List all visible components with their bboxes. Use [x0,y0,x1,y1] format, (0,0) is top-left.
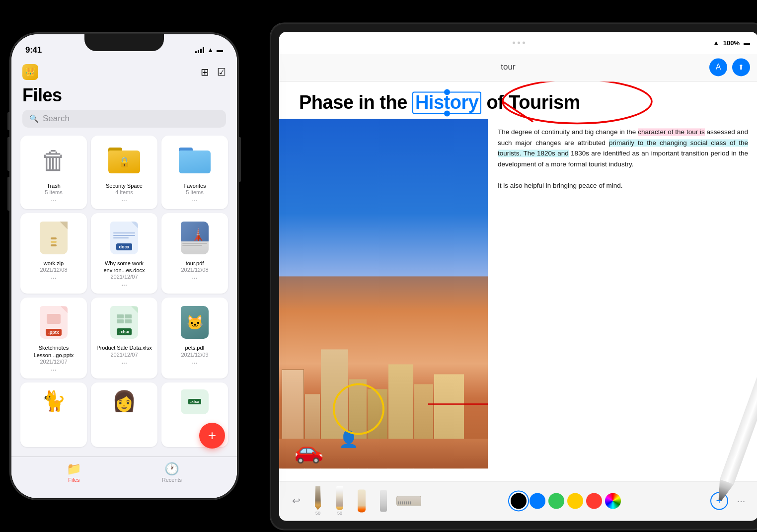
history-word: History [415,92,478,113]
city-image: 🚗 👤 [279,119,488,469]
power-button [239,137,241,182]
file-cell-pptx[interactable]: .pptx Sketchnotes Lesson...go.pptx 2021/… [20,298,87,379]
color-palette [425,493,706,509]
pen-tool[interactable]: 50 [309,486,327,516]
iphone-screen: 9:41 ▲ ▬ 👑 [11,34,237,498]
fab-wrapper: + [199,423,225,449]
file-name-zip: work.zip [44,260,64,267]
file-cell-catimg[interactable]: 🐈 [20,382,87,447]
recents-tab-label: Recents [162,477,182,483]
ruler-shape [396,496,421,506]
doc-image-column: 🚗 👤 [279,119,488,469]
more-button[interactable]: ··· [732,492,750,510]
file-cell-womanimg[interactable]: 👩 [91,382,157,447]
file-more-trash[interactable]: ··· [51,196,57,204]
file-cell-docx[interactable]: docx Why some work environ...es.docx 202… [91,213,157,294]
file-cell-favorites[interactable]: Favorites 5 items ··· [161,136,228,209]
docx-badge: docx [116,243,132,250]
pets-img: 🐱 [181,306,209,339]
color-rainbow[interactable] [605,493,621,509]
volume-down-button [7,177,9,211]
file-cell-security[interactable]: 🔒 Security Space 4 items ··· [91,136,157,209]
color-red[interactable] [586,493,602,509]
ruler-tool[interactable] [396,486,421,516]
file-more-pptx[interactable]: ··· [51,366,57,374]
ipad-share-button[interactable]: ⬆ [732,58,750,76]
volume-up-button [7,137,9,171]
ipad-search-button[interactable]: A [709,58,727,76]
trash-icon: 🗑 [38,143,70,178]
add-fab-button[interactable]: + [199,423,225,449]
file-meta-favorites: 5 items [186,189,203,195]
zip-icon-shape [40,222,68,254]
doc-title-area: Phase in the History of Tourism [279,81,757,119]
file-cell-xlsx[interactable]: .xlsx Product Sale Data.xlsx 2021/12/07 … [91,298,157,379]
tab-bar: 📁 Files 🕐 Recents [11,456,237,498]
file-cell-tourpdf[interactable]: 🗼 tour.pdf [161,213,228,294]
tab-recents[interactable]: 🕐 Recents [162,462,182,483]
file-meta-security: 4 items [115,189,133,195]
file-name-xlsx: Product Sale Data.xlsx [96,344,151,351]
tab-files[interactable]: 📁 Files [67,462,81,483]
search-icon: 🔍 [29,114,39,123]
file-more-tourpdf[interactable]: ··· [192,274,198,282]
undo-button[interactable]: ↩ [287,492,305,510]
pptx-badge: .pptx [46,329,62,336]
iphone-screen-content: 9:41 ▲ ▬ 👑 [11,34,237,498]
pdf-thumbnail: 🗼 [181,222,209,254]
highlighter-tool[interactable] [353,486,371,516]
ipad-nav-title: tour [501,62,515,72]
file-more-favorites[interactable]: ··· [192,196,198,204]
file-cell-petspdf[interactable]: 🐱 pets.pdf 2021/12/09 ··· [161,298,228,379]
file-name-petspdf: pets.pdf [185,344,204,351]
file-date-pptx: 2021/12/07 [40,359,67,365]
file-more-docx[interactable]: ··· [121,281,127,289]
color-yellow[interactable] [567,493,583,509]
arrow-annotation [428,389,488,419]
woman-thumbnail: 👩 [112,389,137,413]
file-more-petspdf[interactable]: ··· [192,359,198,367]
xlsx-icon-shape: .xlsx [110,306,138,339]
eraser-shape [380,490,387,512]
file-more-xlsx[interactable]: ··· [121,359,127,367]
files-tab-icon: 📁 [67,462,81,476]
iphone-frame: 9:41 ▲ ▬ 👑 [10,33,238,500]
ipad-screen: ▲ 100% ▬ tour A ⬆ [279,32,757,521]
pets-pdf-icon: 🐱 [179,304,211,340]
color-black[interactable] [511,493,527,509]
select-icon[interactable]: ☑ [217,66,226,78]
file-name-trash: Trash [47,182,61,189]
camera-dots [513,41,525,44]
eraser-tool[interactable] [375,486,392,516]
ipad-main: Phase in the History of Tourism [279,81,757,481]
list-view-icon[interactable]: ⊞ [201,66,209,78]
ipad-content: Phase in the History of Tourism [279,81,757,481]
file-cell-trash[interactable]: 🗑 Trash 5 items ··· [20,136,87,209]
xlsx-file-icon: .xlsx [108,304,140,340]
file-cell-zip[interactable]: work.zip 2021/12/08 ··· [20,213,87,294]
pptx-file-icon: .pptx [38,304,70,340]
selection-handle-bottom [444,111,450,117]
iphone-nav: 👑 ⊞ ☑ [11,59,237,83]
file-name-security: Security Space [106,182,143,189]
ipad-battery-pct: 100% [723,39,740,46]
color-blue[interactable] [530,493,545,509]
zip-file-icon [38,220,70,256]
recents-tab-icon: 🕐 [164,462,179,476]
status-time: 9:41 [25,45,42,55]
status-icons: ▲ ▬ [195,46,223,54]
file-date-xlsx: 2021/12/07 [110,352,138,358]
search-input[interactable]: Search [43,114,70,124]
cyan-highlight: primarily to the changing social class o… [498,139,748,157]
file-more-zip[interactable]: ··· [51,274,57,282]
signal-icon [195,47,204,53]
search-bar[interactable]: 🔍 Search [22,110,226,128]
marker-tool[interactable]: 50 [331,486,349,516]
selection-handle-top [444,89,450,95]
file-date-tourpdf: 2021/12/08 [181,267,208,273]
pink-car: 🚗 [294,437,324,465]
file-more-security[interactable]: ··· [121,196,127,204]
docx-file-icon: docx [108,220,140,256]
xlsx-small-badge: .xlsx [188,399,201,404]
color-green[interactable] [548,493,564,509]
